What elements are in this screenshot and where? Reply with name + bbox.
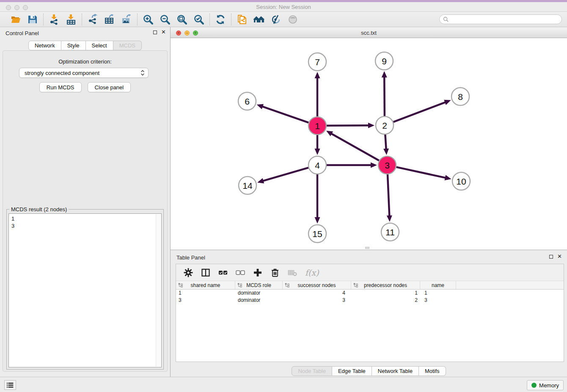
control-panel-tabs: Network Style Select MCDS [0,41,170,50]
float-table-panel-icon[interactable] [549,255,553,259]
graph-edge-arrow-1-4 [315,149,320,155]
task-history-button[interactable] [4,380,16,390]
optimization-criterion-label: Optimization criterion: [3,58,167,65]
zoom-selected-icon[interactable] [193,14,204,25]
graph-edge-arrow-3-11 [387,215,392,222]
add-column-icon[interactable] [253,268,262,277]
table-cell[interactable]: 2 [351,297,420,304]
table-row[interactable]: 3dominator323 [176,297,564,304]
network-canvas[interactable]: 7968124314101511 [171,38,567,249]
clone-network-icon[interactable] [237,14,248,25]
tab-select[interactable]: Select [86,41,113,50]
graph-node-label-10: 10 [456,177,466,186]
graph-edge-3-10[interactable] [396,167,446,178]
tab-edge-table[interactable]: Edge Table [332,366,372,376]
zoom-out-icon[interactable] [160,14,171,25]
run-mcds-button[interactable]: Run MCDS [39,82,82,92]
columns-icon[interactable] [201,268,210,277]
open-session-icon[interactable] [10,14,21,25]
graph-node-label-11: 11 [385,227,395,237]
import-table-icon[interactable] [66,14,77,25]
delete-column-icon[interactable] [270,268,280,277]
graph-edge-arrow-2-3 [383,149,389,155]
tab-style[interactable]: Style [61,41,86,50]
memory-button[interactable]: Memory [527,380,564,390]
refresh-icon[interactable] [215,14,226,25]
table-cell[interactable]: dominator [235,290,283,297]
tab-motifs[interactable]: Motifs [419,366,446,376]
table-cell[interactable]: 3 [176,297,235,304]
node-table-container: f(x) shared name MCDS role successor nod… [176,264,564,362]
window-title: Session: New Session [0,4,567,10]
delete-table-icon[interactable] [288,268,297,277]
graph-edge-3-11[interactable] [388,174,389,217]
table-panel-title: Table Panel [176,254,205,261]
result-scrollbar[interactable] [156,214,161,367]
app-window: Session: New Session [0,0,567,392]
graph-node-label-15: 15 [312,229,322,239]
graph-edge-1-2[interactable] [327,125,369,126]
table-body: 1dominator4113dominator323 [176,290,564,304]
column-header-shared-name[interactable]: shared name [176,281,235,289]
zoom-fit-icon[interactable] [176,14,187,25]
canvas-resize-handle[interactable] [365,247,369,249]
select-all-icon[interactable] [218,268,228,277]
close-panel-button[interactable]: Close panel [88,82,131,92]
close-panel-icon[interactable]: ✕ [161,30,166,34]
deselect-all-icon[interactable] [236,268,245,277]
search-input[interactable] [450,17,558,22]
table-cell[interactable]: 3 [283,297,351,304]
tab-mcds[interactable]: MCDS [113,41,142,50]
function-builder-icon[interactable]: f(x) [305,268,319,277]
graph-node-label-4: 4 [315,160,320,170]
table-row[interactable]: 1dominator411 [176,290,564,297]
network-window-titlebar[interactable]: ✕ − + scc.txt [171,28,567,38]
graph-edge-3-1[interactable] [330,133,379,161]
graph-node-label-3: 3 [385,160,390,170]
eye-disabled-icon[interactable] [287,14,298,25]
table-cell[interactable]: dominator [235,297,283,304]
mcds-result-title: MCDS result (2 nodes) [9,206,69,213]
graph-edge-arrow-1-6 [257,104,264,109]
tab-node-table[interactable]: Node Table [292,366,332,376]
window-titlebar: Session: New Session [0,2,567,12]
home-icon[interactable] [253,14,264,25]
export-image-icon[interactable] [121,14,132,25]
table-cell[interactable]: 4 [283,290,351,297]
column-header-mcds-role[interactable]: MCDS role [235,281,283,289]
memory-status-dot [531,383,537,388]
float-panel-icon[interactable] [153,30,157,34]
graph-edge-1-6[interactable] [261,106,308,123]
criterion-select-value: strongly connected component [25,70,140,76]
graph-node-label-1: 1 [315,121,320,131]
graph-node-label-2: 2 [382,121,387,130]
settings-gear-icon[interactable] [184,268,193,277]
import-network-icon[interactable] [49,14,60,25]
control-panel: Control Panel ✕ Network Style Select MCD… [0,27,170,377]
tab-network[interactable]: Network [28,41,61,50]
export-network-icon[interactable] [87,14,98,25]
graph-edge-4-14[interactable] [262,168,308,181]
criterion-select[interactable]: strongly connected component [19,68,149,78]
export-table-icon[interactable] [104,14,115,25]
hide-eye-icon[interactable] [270,14,281,25]
tab-network-table[interactable]: Network Table [372,366,419,376]
column-type-icon [353,283,358,287]
table-cell[interactable]: 3 [420,297,456,304]
table-cell[interactable]: 1 [351,290,420,297]
table-cell[interactable]: 1 [176,290,235,297]
column-header-successor-nodes[interactable]: successor nodes [283,281,351,289]
table-tabs: Node Table Edge Table Network Table Moti… [171,366,567,376]
graph-edge-2-8[interactable] [394,102,446,122]
table-cell[interactable]: 1 [420,290,456,297]
mcds-result-list[interactable]: 1 3 [8,213,162,367]
close-table-panel-icon[interactable]: ✕ [557,254,562,259]
save-session-icon[interactable] [27,14,38,25]
table-toolbar: f(x) [176,264,564,281]
column-header-predecessor-nodes[interactable]: predecessor nodes [351,281,420,289]
graph-edge-2-9[interactable] [384,76,385,116]
graph-node-label-7: 7 [315,57,320,67]
zoom-in-icon[interactable] [143,14,154,25]
graph-edge-2-3[interactable] [385,135,386,150]
column-header-name[interactable]: name [420,281,456,289]
